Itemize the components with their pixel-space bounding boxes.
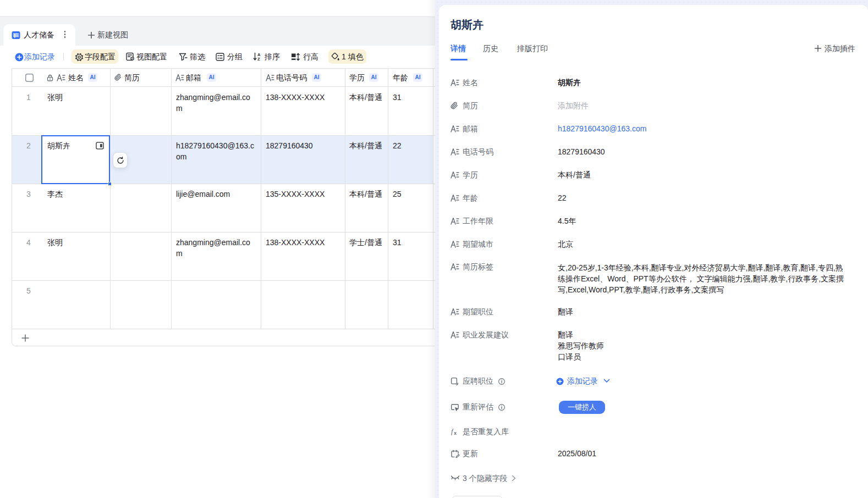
svg-text:Z: Z: [257, 57, 260, 61]
svg-text:x: x: [454, 430, 457, 435]
